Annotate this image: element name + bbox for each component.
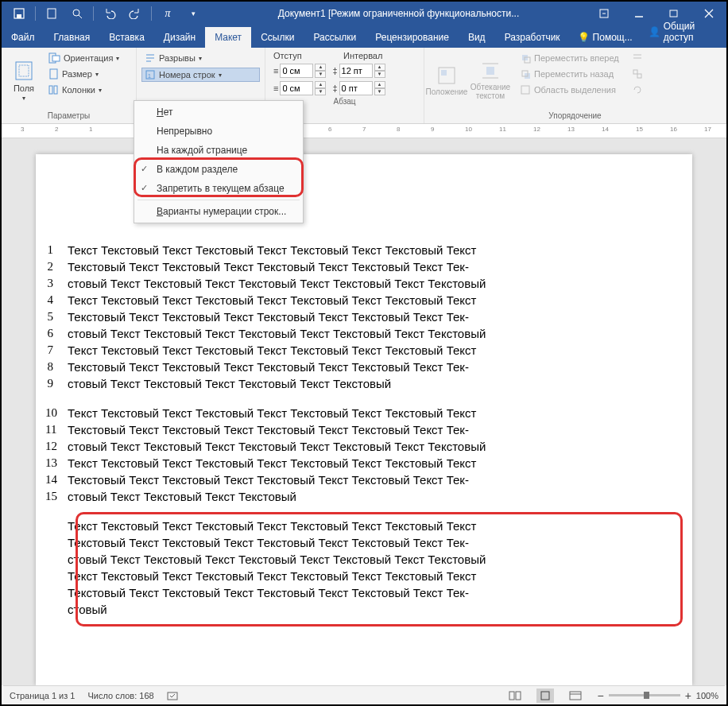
web-layout-button[interactable]: [567, 689, 584, 703]
send-backward-button: Переместить назад: [517, 67, 622, 81]
size-button[interactable]: Размер ▾: [45, 67, 122, 81]
print-layout-button[interactable]: [536, 689, 554, 703]
zoom-level[interactable]: 100%: [696, 691, 718, 700]
proofing-icon[interactable]: [167, 690, 180, 701]
position-button: Положение: [429, 51, 464, 110]
document-area[interactable]: 1Текст Текстовый Текст Текстовый Текст Т…: [2, 138, 726, 685]
dd-each-section[interactable]: ✓В каждом разделе: [134, 160, 303, 179]
indent-right-input[interactable]: ≡▲▼: [273, 81, 326, 95]
page[interactable]: 1Текст Текстовый Текст Текстовый Текст Т…: [36, 154, 692, 685]
svg-rect-38: [509, 692, 514, 700]
spacing-after-input[interactable]: ‡▲▼: [332, 81, 385, 95]
paragraph-1[interactable]: 1Текст Текстовый Текст Текстовый Текст Т…: [45, 242, 683, 392]
svg-rect-15: [50, 69, 57, 79]
share-button[interactable]: 👤Общий доступ: [641, 16, 726, 48]
rotate-button: [629, 83, 646, 97]
svg-rect-1: [17, 14, 21, 18]
bring-forward-button: Переместить вперед: [517, 51, 622, 65]
indent-left-icon: ≡: [273, 66, 278, 76]
tab-references[interactable]: Ссылки: [251, 27, 304, 48]
tab-mailings[interactable]: Рассылки: [304, 27, 366, 48]
group-page-setup-label: Параметры: [6, 110, 131, 120]
dd-options[interactable]: Варианты нумерации строк...: [134, 202, 303, 221]
spacing-after-icon: ‡: [332, 83, 337, 93]
zoom-slider[interactable]: [609, 694, 680, 696]
qat-customize[interactable]: ▾: [182, 4, 204, 23]
tab-review[interactable]: Рецензирование: [366, 27, 459, 48]
tell-me-button[interactable]: 💡Помощ...: [570, 27, 641, 48]
svg-rect-2: [48, 9, 56, 18]
read-mode-button[interactable]: [506, 689, 524, 703]
paragraph-2[interactable]: 10Текст Текстовый Текст Текстовый Текст …: [45, 405, 683, 505]
svg-rect-11: [16, 62, 32, 80]
dd-suppress[interactable]: ✓Запретить в текущем абзаце: [134, 179, 303, 198]
dd-continuous[interactable]: Непрерывно: [134, 122, 303, 141]
columns-button[interactable]: Колонки ▾: [45, 83, 122, 97]
svg-line-4: [79, 15, 82, 18]
zoom-in-button[interactable]: +: [685, 689, 691, 702]
orientation-button[interactable]: Ориентация ▾: [45, 51, 122, 65]
tab-home[interactable]: Главная: [45, 27, 100, 48]
svg-rect-16: [49, 86, 52, 94]
group-arrange-label: Упорядочение: [429, 110, 721, 120]
redo-button[interactable]: [124, 4, 146, 23]
svg-rect-14: [52, 56, 60, 61]
ribbon: Поля▾ Ориентация ▾ Размер ▾ Колонки ▾ Па…: [2, 48, 726, 124]
zoom-out-button[interactable]: −: [597, 689, 603, 702]
svg-text:1: 1: [148, 73, 151, 79]
undo-button[interactable]: [99, 4, 121, 23]
wrap-text-button: Обтекание текстом: [467, 51, 513, 110]
margins-button[interactable]: Поля▾: [6, 51, 41, 110]
tab-layout[interactable]: Макет: [205, 27, 251, 48]
check-icon: ✓: [141, 164, 148, 174]
print-preview-button[interactable]: [66, 4, 88, 23]
svg-rect-39: [516, 692, 521, 700]
svg-rect-17: [54, 86, 57, 94]
window-title: Документ1 [Режим ограниченной функционал…: [211, 8, 587, 19]
line-numbers-button[interactable]: 1Номера строк ▾: [141, 68, 260, 82]
tab-design[interactable]: Дизайн: [154, 27, 205, 48]
word-count[interactable]: Число слов: 168: [87, 691, 153, 700]
dd-none[interactable]: Нет: [134, 103, 303, 122]
ribbon-tabs: Файл Главная Вставка Дизайн Макет Ссылки…: [2, 25, 726, 48]
tab-insert[interactable]: Вставка: [99, 27, 154, 48]
svg-rect-41: [570, 692, 581, 700]
line-numbers-dropdown: Нет Непрерывно На каждой странице ✓В каж…: [134, 100, 304, 223]
group-button: [629, 67, 646, 81]
spacing-label: Интервал: [343, 51, 382, 60]
titlebar: π ▾ Документ1 [Режим ограниченной функци…: [2, 2, 726, 25]
tab-view[interactable]: Вид: [459, 27, 495, 48]
new-document-button[interactable]: [41, 4, 63, 23]
breaks-button[interactable]: Разрывы ▾: [141, 51, 260, 65]
svg-rect-25: [486, 67, 494, 75]
bulb-icon: 💡: [578, 32, 590, 43]
svg-rect-40: [541, 692, 549, 700]
ribbon-options-button[interactable]: [587, 2, 622, 25]
indent-right-icon: ≡: [273, 83, 278, 93]
horizontal-ruler[interactable]: 3211234567891011121314151617: [2, 124, 726, 138]
paragraph-3[interactable]: Текст Текстовый Текст Текстовый Текст Те…: [45, 518, 683, 618]
statusbar: Страница 1 из 1 Число слов: 168 − + 100%: [3, 685, 725, 704]
tab-developer[interactable]: Разработчик: [495, 27, 570, 48]
spacing-before-icon: ‡: [332, 66, 337, 76]
tab-file[interactable]: Файл: [2, 27, 45, 48]
page-indicator[interactable]: Страница 1 из 1: [10, 691, 75, 700]
svg-point-3: [73, 10, 79, 16]
indent-left-input[interactable]: ≡▲▼: [273, 64, 326, 78]
svg-rect-24: [441, 70, 447, 76]
align-button: [629, 51, 646, 65]
svg-rect-32: [521, 86, 529, 94]
svg-rect-12: [19, 65, 29, 76]
equation-button[interactable]: π: [157, 4, 179, 23]
save-button[interactable]: [8, 4, 30, 23]
selection-pane-button: Область выделения: [517, 83, 622, 97]
check-icon: ✓: [141, 183, 148, 193]
share-icon: 👤: [649, 26, 660, 37]
svg-rect-35: [633, 70, 637, 74]
spacing-before-input[interactable]: ‡▲▼: [332, 64, 385, 78]
dd-each-page[interactable]: На каждой странице: [134, 141, 303, 160]
svg-rect-36: [637, 74, 641, 78]
indent-label: Отступ: [273, 51, 337, 60]
